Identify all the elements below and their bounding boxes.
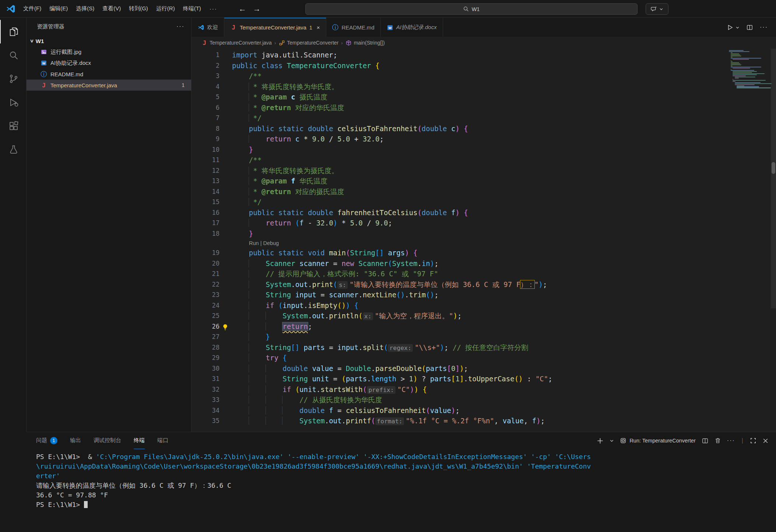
code-line: 31 String unit = (parts.length > 1) ? pa… [192,374,776,384]
line-number: 31 [192,374,220,384]
sidebar-item-testing[interactable] [0,138,27,161]
svg-text:W: W [42,62,46,65]
tab-AI协助记录.docx[interactable]: WAI协助记录.docx [381,18,443,37]
split-editor-icon[interactable] [746,24,753,31]
close-icon[interactable]: × [317,24,320,31]
terminal-line: PS E:\1\W1> & 'C:\Program Files\Java\jdk… [36,452,776,462]
forward-arrow-icon[interactable]: → [253,4,261,13]
problems-count-badge: 1 [50,437,57,444]
line-number: 30 [192,363,220,374]
code-line: 28 String[] parts = input.split(regex:"\… [192,342,776,353]
chevron-down-icon: ∨ [30,38,34,43]
command-center-search[interactable]: W1 [305,3,638,15]
code-line: 7 */ [192,113,776,123]
extensions-icon [8,121,19,131]
breadcrumb-item[interactable]: main(String[]) [345,39,385,46]
file-name: 运行截图.jpg [50,49,185,56]
copilot-button[interactable] [646,3,668,15]
testing-icon [8,144,19,155]
code-line: 35 System.out.printf(format:"%.1f °C = %… [192,416,776,426]
menu-item-4[interactable]: 转到(G) [125,3,152,14]
menu-item-6[interactable]: 终端(T) [179,3,205,14]
line-number: 29 [192,353,220,363]
line-number: 13 [192,176,220,186]
kill-terminal-trash-icon[interactable] [714,437,721,444]
divider: | [742,437,743,444]
breadcrumb-item[interactable]: TemperatureConverter [278,39,338,46]
sidebar-item-extensions[interactable] [0,114,27,138]
code-line: 25 System.out.println(x:"输入为空，程序退出。"); [192,311,776,321]
word-icon: W [387,24,393,31]
close-panel-icon[interactable] [762,438,769,444]
code-line: 32 if (unit.startsWith(prefix:"C")) { [192,384,776,395]
menu-item-3[interactable]: 查看(V) [98,3,125,14]
sidebar-item-source-control[interactable] [0,67,27,91]
file-row[interactable]: WAI协助记录.docx [27,57,191,69]
new-terminal-plus-icon[interactable] [597,437,604,444]
java-icon: J [230,24,237,31]
menu-item-1[interactable]: 编辑(E) [45,3,72,14]
terminal-instance-label[interactable]: Run: TemperatureConverter [620,437,695,444]
back-arrow-icon[interactable]: ← [239,4,246,13]
code-line: 18 } [192,228,776,239]
code-line: 20 Scanner scanner = new Scanner(System.… [192,258,776,269]
panel-tab-端口[interactable]: 端口 [157,432,168,449]
line-number: 11 [192,155,220,165]
file-row[interactable]: 运行截图.jpg [27,46,191,57]
panel-tab-调试控制台[interactable]: 调试控制台 [94,432,121,449]
explorer-icon [8,27,19,37]
split-terminal-icon[interactable] [702,437,709,444]
menu-item-2[interactable]: 选择(S) [72,3,98,14]
code-line: 6 * @return 对应的华氏温度 [192,102,776,113]
line-number: 7 [192,113,220,123]
line-number: 5 [192,92,220,102]
sidebar-item-explorer[interactable] [0,20,27,43]
menu-item-5[interactable]: 运行(R) [152,3,179,14]
line-number: 32 [192,384,220,395]
sidebar-item-search[interactable] [0,43,27,67]
java-icon: J [201,39,208,46]
lightbulb-icon[interactable] [222,323,229,330]
search-icon [8,50,19,60]
tab-欢迎[interactable]: 欢迎 [192,18,224,37]
breadcrumb-separator: › [274,40,276,46]
panel-tab-输出[interactable]: 输出 [70,432,81,449]
line-number: 17 [192,218,220,228]
code-line: 5 * @param c 摄氏温度 [192,92,776,102]
search-value: W1 [472,6,480,12]
folder-root-w1[interactable]: ∨ W1 [27,35,191,46]
more-actions-icon[interactable]: ··· [760,24,768,31]
sidebar-more-button[interactable]: ··· [176,23,185,30]
breadcrumb-item[interactable]: JTemperatureConverter.java [201,39,272,46]
terminal-cursor [84,501,88,508]
run-debug-icon [8,97,19,108]
codelens-run-debug[interactable]: Run | Debug [192,239,776,248]
sidebar-item-run-debug[interactable] [0,91,27,114]
title-bar: 文件(F)编辑(E)选择(S)查看(V)转到(G)运行(R)终端(T) ··· … [0,0,776,18]
panel-tab-问题[interactable]: 问题1 [36,432,57,449]
run-java-button[interactable] [727,24,740,31]
line-number: 26 [192,321,220,332]
terminal-dropdown-chevron-icon[interactable] [610,438,614,443]
run-dropdown-chevron-icon [735,25,740,29]
vscode-logo-icon [6,4,15,14]
terminal-output[interactable]: PS E:\1\W1> & 'C:\Program Files\Java\jdk… [27,449,776,532]
tab-README.md[interactable]: ⓘREADME.md [326,18,381,37]
tab-label: README.md [342,24,375,31]
file-row[interactable]: JTemperatureConverter.java1 [27,80,191,91]
terminal-line: 请输入要转换的温度与单位（例如 36.6 C 或 97 F）：36.6 C [36,481,776,490]
tab-TemperatureConverter.java[interactable]: JTemperatureConverter.java1× [224,18,326,37]
code-line: 17 return (f - 32.0) * 5.0 / 9.0; [192,218,776,228]
code-line: 22 System.out.print(s:"请输入要转换的温度与单位（例如 3… [192,279,776,290]
more-actions-icon[interactable]: ··· [727,437,735,444]
menu-item-0[interactable]: 文件(F) [19,3,45,14]
code-line: 27 } [192,332,776,342]
menu-more-button[interactable]: ··· [205,3,222,14]
line-number: 21 [192,269,220,279]
panel-tab-终端[interactable]: 终端 [134,432,145,449]
code-line: 9 return c * 9.0 / 5.0 + 32.0; [192,134,776,144]
maximize-panel-icon[interactable] [750,437,756,444]
code-editor[interactable]: 1import java.util.Scanner;2public class … [192,49,776,432]
file-row[interactable]: ⓘREADME.md [27,69,191,80]
file-name: TemperatureConverter.java [50,82,182,88]
